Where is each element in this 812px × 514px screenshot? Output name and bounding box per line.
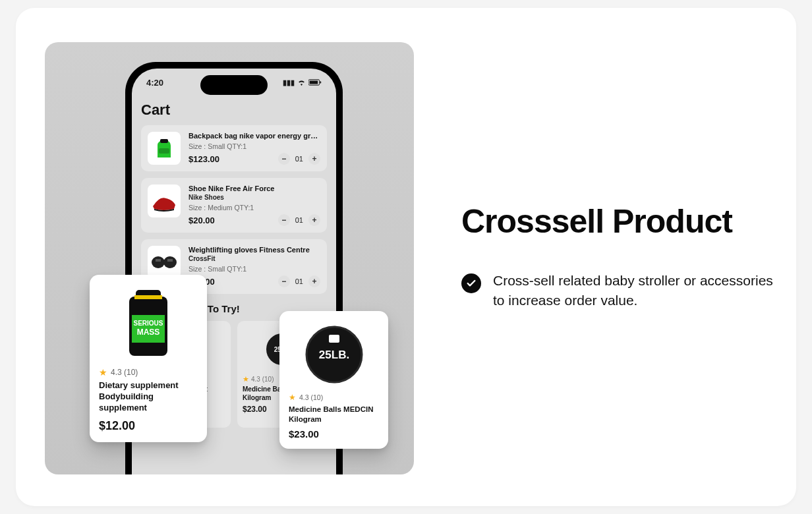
qty-minus-button[interactable]: −: [278, 153, 290, 165]
bullet-text: Cross-sell related baby stroller or acce…: [493, 271, 778, 311]
hero-card: Crosssell Product Cross-sell related bab…: [16, 8, 796, 506]
svg-rect-7: [156, 259, 161, 262]
rating-text: 4.3 (10): [111, 368, 138, 377]
float-card-rating: ★ 4.3 (10): [99, 367, 198, 378]
signal-icon: ▮▮▮: [283, 78, 295, 87]
cart-item-meta: Size : Small QTY:1: [188, 265, 320, 273]
cart-item-price: $20.00: [188, 215, 215, 225]
qty-minus-button[interactable]: −: [278, 275, 290, 287]
svg-point-6: [163, 256, 177, 268]
svg-rect-2: [320, 81, 322, 83]
svg-rect-3: [160, 139, 168, 143]
cart-item-subtitle: CrossFit: [188, 255, 320, 262]
qty-plus-button[interactable]: +: [308, 214, 320, 226]
rating-text: 4.3 (10): [251, 376, 274, 383]
svg-text:SERIOUS: SERIOUS: [133, 320, 163, 327]
svg-text:25LB.: 25LB.: [318, 349, 349, 361]
product-thumb: [148, 132, 181, 165]
float-card-title: Medicine Balls MEDCIN Kilogram: [289, 405, 379, 424]
star-icon: ★: [243, 375, 249, 384]
star-icon: ★: [289, 393, 296, 402]
marketing-heading: Crosssell Product: [461, 204, 778, 239]
svg-rect-21: [134, 295, 162, 299]
svg-rect-27: [329, 335, 339, 343]
status-time: 4:20: [146, 78, 163, 88]
qty-minus-button[interactable]: −: [278, 214, 290, 226]
marketing-block: Crosssell Product Cross-sell related bab…: [461, 204, 778, 310]
page-title: Cart: [141, 101, 327, 119]
float-card-price: $12.00: [99, 419, 198, 433]
cart-item[interactable]: Backpack bag nike vapor energy gree... S…: [141, 125, 327, 171]
float-card-image: SERIOUS MASS: [99, 284, 198, 363]
cart-item[interactable]: Shoe Nike Free Air Force Nike Shoes Size…: [141, 178, 327, 233]
qty-plus-button[interactable]: +: [308, 275, 320, 287]
svg-rect-1: [310, 80, 318, 84]
rating-text: 4.3 (10): [299, 393, 323, 401]
battery-icon: [308, 79, 322, 87]
cart-item-meta: Size : Medium QTY:1: [188, 204, 320, 212]
cart-item-title: Backpack bag nike vapor energy gree...: [188, 132, 320, 140]
float-card-supplement[interactable]: SERIOUS MASS ★ 4.3 (10) Dietary suppleme…: [90, 275, 207, 442]
float-card-rating: ★ 4.3 (10): [289, 393, 379, 402]
cart-item-title: Shoe Nike Free Air Force: [188, 185, 320, 192]
svg-rect-8: [167, 259, 173, 262]
cart-item-price: $123.00: [188, 154, 219, 164]
qty-value: 01: [295, 155, 303, 163]
status-indicators: ▮▮▮: [283, 78, 322, 88]
check-icon: [461, 273, 481, 293]
cart-item-meta: Size : Small QTY:1: [188, 142, 320, 150]
float-card-medicine-ball[interactable]: 25LB. ★ 4.3 (10) Medicine Balls MEDCIN K…: [279, 311, 388, 449]
qty-value: 01: [295, 277, 303, 285]
cart-item-subtitle: Nike Shoes: [188, 194, 320, 201]
product-thumb: [148, 185, 181, 217]
float-card-price: $23.00: [289, 428, 379, 440]
star-icon: ★: [99, 367, 107, 378]
cart-item-title: Weightlifting gloves Fitness Centre: [188, 246, 320, 254]
wifi-icon: [297, 79, 306, 87]
svg-text:MASS: MASS: [137, 328, 160, 337]
float-card-image: 25LB.: [289, 320, 379, 389]
bullet-row: Cross-sell related baby stroller or acce…: [461, 271, 778, 311]
svg-point-5: [152, 256, 165, 268]
product-thumb: [148, 246, 181, 279]
qty-value: 01: [295, 216, 303, 224]
float-card-title: Dietary supplement Bodybuilding suppleme…: [99, 380, 198, 414]
qty-plus-button[interactable]: +: [308, 153, 320, 165]
status-bar: 4:20 ▮▮▮: [132, 78, 336, 88]
svg-rect-4: [159, 148, 169, 154]
